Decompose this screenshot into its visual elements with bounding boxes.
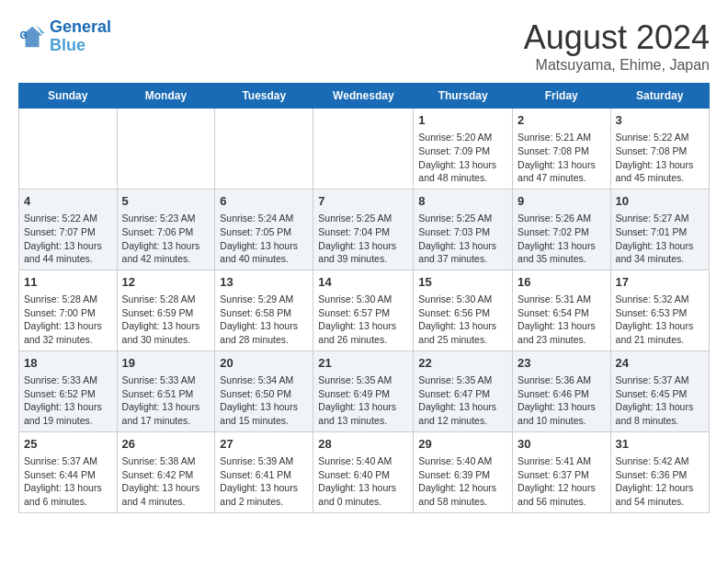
calendar-cell: 11Sunrise: 5:28 AMSunset: 7:00 PMDayligh…: [19, 270, 118, 350]
calendar-cell: 28Sunrise: 5:40 AMSunset: 6:40 PMDayligh…: [313, 431, 414, 512]
calendar-cell: [117, 109, 215, 190]
calendar-week-1: 1Sunrise: 5:20 AMSunset: 7:09 PMDaylight…: [19, 109, 710, 190]
calendar-cell: 13Sunrise: 5:29 AMSunset: 6:58 PMDayligh…: [215, 270, 313, 350]
calendar-cell: 22Sunrise: 5:35 AMSunset: 6:47 PMDayligh…: [414, 350, 513, 431]
cell-info: Sunrise: 5:33 AMSunset: 6:51 PMDaylight:…: [122, 373, 210, 428]
date-number: 6: [220, 193, 308, 210]
calendar-week-3: 11Sunrise: 5:28 AMSunset: 7:00 PMDayligh…: [19, 270, 710, 350]
date-number: 24: [616, 355, 704, 372]
calendar-cell: 8Sunrise: 5:25 AMSunset: 7:03 PMDaylight…: [414, 189, 513, 270]
cell-info: Sunrise: 5:26 AMSunset: 7:02 PMDaylight:…: [518, 212, 606, 266]
cell-info: Sunrise: 5:22 AMSunset: 7:07 PMDaylight:…: [24, 212, 112, 266]
date-number: 21: [318, 355, 408, 372]
logo-icon: G: [18, 23, 46, 51]
calendar-body: 1Sunrise: 5:20 AMSunset: 7:09 PMDaylight…: [19, 109, 710, 513]
date-number: 11: [24, 274, 112, 291]
date-number: 17: [616, 274, 704, 291]
cell-info: Sunrise: 5:28 AMSunset: 6:59 PMDaylight:…: [122, 293, 210, 347]
subtitle: Matsuyama, Ehime, Japan: [524, 57, 710, 74]
date-number: 23: [518, 355, 606, 372]
date-number: 13: [220, 274, 308, 291]
calendar-cell: 7Sunrise: 5:25 AMSunset: 7:04 PMDaylight…: [313, 189, 414, 270]
calendar-cell: 24Sunrise: 5:37 AMSunset: 6:45 PMDayligh…: [610, 350, 709, 431]
date-number: 18: [24, 355, 112, 372]
calendar-cell: 16Sunrise: 5:31 AMSunset: 6:54 PMDayligh…: [513, 270, 611, 350]
calendar-cell: 15Sunrise: 5:30 AMSunset: 6:56 PMDayligh…: [414, 270, 513, 350]
calendar-cell: 12Sunrise: 5:28 AMSunset: 6:59 PMDayligh…: [117, 270, 215, 350]
date-number: 12: [122, 274, 210, 291]
calendar-cell: 20Sunrise: 5:34 AMSunset: 6:50 PMDayligh…: [215, 350, 313, 431]
day-header-sunday: Sunday: [19, 84, 118, 109]
logo: G GeneralBlue: [18, 18, 111, 55]
calendar-week-2: 4Sunrise: 5:22 AMSunset: 7:07 PMDaylight…: [19, 189, 710, 270]
cell-info: Sunrise: 5:32 AMSunset: 6:53 PMDaylight:…: [616, 293, 704, 347]
date-number: 16: [518, 274, 606, 291]
cell-info: Sunrise: 5:27 AMSunset: 7:01 PMDaylight:…: [616, 212, 704, 266]
cell-info: Sunrise: 5:29 AMSunset: 6:58 PMDaylight:…: [220, 293, 308, 347]
date-number: 19: [122, 355, 210, 372]
date-number: 27: [220, 436, 308, 453]
date-number: 29: [418, 436, 507, 453]
calendar-cell: 25Sunrise: 5:37 AMSunset: 6:44 PMDayligh…: [19, 431, 118, 512]
date-number: 5: [122, 193, 210, 210]
cell-info: Sunrise: 5:33 AMSunset: 6:52 PMDaylight:…: [24, 373, 112, 428]
calendar-cell: 4Sunrise: 5:22 AMSunset: 7:07 PMDaylight…: [19, 189, 118, 270]
date-number: 30: [518, 436, 606, 453]
date-number: 22: [418, 355, 507, 372]
calendar-header-row: SundayMondayTuesdayWednesdayThursdayFrid…: [19, 84, 710, 109]
date-number: 15: [418, 274, 507, 291]
day-header-monday: Monday: [117, 84, 215, 109]
calendar-cell: 29Sunrise: 5:40 AMSunset: 6:39 PMDayligh…: [414, 431, 513, 512]
calendar-cell: 3Sunrise: 5:22 AMSunset: 7:08 PMDaylight…: [610, 109, 709, 190]
day-header-saturday: Saturday: [610, 84, 709, 109]
day-header-tuesday: Tuesday: [215, 84, 313, 109]
calendar-cell: 27Sunrise: 5:39 AMSunset: 6:41 PMDayligh…: [215, 431, 313, 512]
cell-info: Sunrise: 5:31 AMSunset: 6:54 PMDaylight:…: [518, 293, 606, 347]
date-number: 20: [220, 355, 308, 372]
calendar-cell: 31Sunrise: 5:42 AMSunset: 6:36 PMDayligh…: [610, 431, 709, 512]
cell-info: Sunrise: 5:23 AMSunset: 7:06 PMDaylight:…: [122, 212, 210, 266]
cell-info: Sunrise: 5:21 AMSunset: 7:08 PMDaylight:…: [518, 131, 606, 185]
main-title: August 2024: [524, 18, 710, 57]
date-number: 10: [616, 193, 704, 210]
calendar-week-5: 25Sunrise: 5:37 AMSunset: 6:44 PMDayligh…: [19, 431, 710, 512]
calendar-cell: 21Sunrise: 5:35 AMSunset: 6:49 PMDayligh…: [313, 350, 414, 431]
calendar-cell: 5Sunrise: 5:23 AMSunset: 7:06 PMDaylight…: [117, 189, 215, 270]
date-number: 4: [24, 193, 112, 210]
date-number: 9: [518, 193, 606, 210]
cell-info: Sunrise: 5:28 AMSunset: 7:00 PMDaylight:…: [24, 293, 112, 347]
calendar-cell: [19, 109, 118, 190]
page-header: G GeneralBlue August 2024 Matsuyama, Ehi…: [18, 18, 710, 74]
cell-info: Sunrise: 5:36 AMSunset: 6:46 PMDaylight:…: [518, 373, 606, 428]
cell-info: Sunrise: 5:38 AMSunset: 6:42 PMDaylight:…: [122, 454, 210, 509]
cell-info: Sunrise: 5:30 AMSunset: 6:57 PMDaylight:…: [318, 293, 408, 347]
cell-info: Sunrise: 5:35 AMSunset: 6:49 PMDaylight:…: [318, 373, 408, 428]
cell-info: Sunrise: 5:25 AMSunset: 7:04 PMDaylight:…: [318, 212, 408, 266]
calendar-week-4: 18Sunrise: 5:33 AMSunset: 6:52 PMDayligh…: [19, 350, 710, 431]
cell-info: Sunrise: 5:37 AMSunset: 6:44 PMDaylight:…: [24, 454, 112, 509]
calendar-cell: 19Sunrise: 5:33 AMSunset: 6:51 PMDayligh…: [117, 350, 215, 431]
calendar-cell: 9Sunrise: 5:26 AMSunset: 7:02 PMDaylight…: [513, 189, 611, 270]
date-number: 31: [616, 436, 704, 453]
cell-info: Sunrise: 5:25 AMSunset: 7:03 PMDaylight:…: [418, 212, 507, 266]
calendar-cell: 18Sunrise: 5:33 AMSunset: 6:52 PMDayligh…: [19, 350, 118, 431]
date-number: 2: [518, 112, 606, 129]
cell-info: Sunrise: 5:39 AMSunset: 6:41 PMDaylight:…: [220, 454, 308, 509]
cell-info: Sunrise: 5:40 AMSunset: 6:39 PMDaylight:…: [418, 454, 507, 509]
calendar-cell: 30Sunrise: 5:41 AMSunset: 6:37 PMDayligh…: [513, 431, 611, 512]
title-block: August 2024 Matsuyama, Ehime, Japan: [524, 18, 710, 74]
calendar-cell: 14Sunrise: 5:30 AMSunset: 6:57 PMDayligh…: [313, 270, 414, 350]
calendar-cell: 26Sunrise: 5:38 AMSunset: 6:42 PMDayligh…: [117, 431, 215, 512]
calendar-cell: 10Sunrise: 5:27 AMSunset: 7:01 PMDayligh…: [610, 189, 709, 270]
date-number: 7: [318, 193, 408, 210]
calendar-cell: 2Sunrise: 5:21 AMSunset: 7:08 PMDaylight…: [513, 109, 611, 190]
cell-info: Sunrise: 5:35 AMSunset: 6:47 PMDaylight:…: [418, 373, 507, 428]
calendar-cell: 1Sunrise: 5:20 AMSunset: 7:09 PMDaylight…: [414, 109, 513, 190]
calendar-cell: [215, 109, 313, 190]
date-number: 8: [418, 193, 507, 210]
calendar-cell: 17Sunrise: 5:32 AMSunset: 6:53 PMDayligh…: [610, 270, 709, 350]
date-number: 14: [318, 274, 408, 291]
calendar-cell: [313, 109, 414, 190]
date-number: 25: [24, 436, 112, 453]
cell-info: Sunrise: 5:20 AMSunset: 7:09 PMDaylight:…: [418, 131, 507, 185]
